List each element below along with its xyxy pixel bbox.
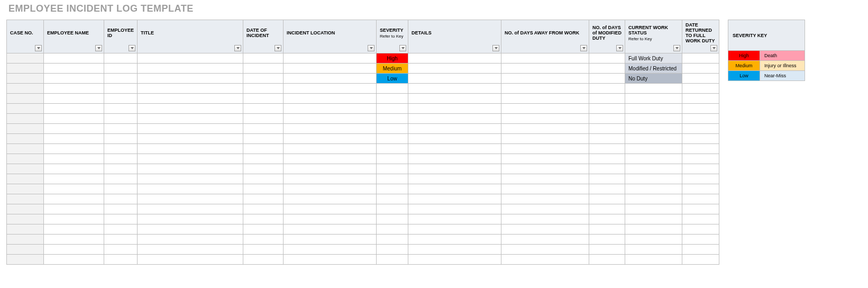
- table-cell[interactable]: [625, 255, 682, 265]
- table-cell[interactable]: [138, 214, 243, 224]
- table-cell[interactable]: [408, 194, 501, 204]
- table-cell[interactable]: [243, 235, 284, 245]
- table-cell[interactable]: [625, 184, 682, 194]
- table-cell[interactable]: [104, 235, 138, 245]
- table-cell[interactable]: [138, 124, 243, 134]
- table-cell[interactable]: [501, 74, 589, 84]
- table-cell[interactable]: [589, 174, 625, 184]
- table-cell[interactable]: [243, 164, 284, 174]
- table-cell[interactable]: [243, 184, 284, 194]
- table-cell[interactable]: No Duty: [625, 74, 682, 84]
- table-cell[interactable]: [408, 174, 501, 184]
- table-cell[interactable]: [104, 104, 138, 114]
- table-cell[interactable]: [625, 154, 682, 164]
- table-cell[interactable]: [501, 64, 589, 74]
- table-cell[interactable]: [682, 134, 719, 144]
- table-cell[interactable]: [284, 74, 377, 84]
- table-cell[interactable]: [7, 255, 44, 265]
- table-cell[interactable]: [243, 114, 284, 124]
- table-cell[interactable]: [377, 154, 408, 164]
- table-cell[interactable]: [682, 245, 719, 255]
- table-cell[interactable]: [7, 245, 44, 255]
- table-cell[interactable]: [104, 204, 138, 214]
- table-cell[interactable]: [284, 255, 377, 265]
- table-cell[interactable]: [501, 235, 589, 245]
- table-cell[interactable]: [7, 114, 44, 124]
- filter-dropdown-icon[interactable]: [368, 45, 374, 51]
- table-cell[interactable]: [682, 255, 719, 265]
- table-cell[interactable]: [682, 74, 719, 84]
- filter-dropdown-icon[interactable]: [492, 45, 499, 51]
- table-cell[interactable]: [7, 53, 44, 64]
- table-cell[interactable]: [243, 255, 284, 265]
- table-cell[interactable]: [589, 134, 625, 144]
- table-cell[interactable]: [7, 154, 44, 164]
- table-cell[interactable]: [682, 214, 719, 224]
- table-cell[interactable]: [589, 94, 625, 104]
- table-cell[interactable]: [284, 53, 377, 64]
- table-cell[interactable]: [682, 224, 719, 235]
- table-cell[interactable]: [408, 84, 501, 94]
- table-cell[interactable]: [377, 204, 408, 214]
- table-cell[interactable]: [138, 84, 243, 94]
- table-cell[interactable]: [377, 194, 408, 204]
- table-cell[interactable]: [625, 224, 682, 235]
- table-cell[interactable]: [501, 84, 589, 94]
- table-cell[interactable]: [138, 204, 243, 214]
- table-cell[interactable]: [682, 144, 719, 154]
- table-cell[interactable]: [7, 224, 44, 235]
- table-cell[interactable]: [625, 194, 682, 204]
- table-cell[interactable]: [44, 94, 104, 104]
- table-cell[interactable]: [625, 174, 682, 184]
- table-cell[interactable]: [408, 204, 501, 214]
- table-cell[interactable]: [44, 214, 104, 224]
- table-cell[interactable]: [501, 53, 589, 64]
- table-cell[interactable]: [104, 174, 138, 184]
- table-cell[interactable]: [44, 144, 104, 154]
- table-cell[interactable]: [44, 235, 104, 245]
- table-cell[interactable]: [377, 104, 408, 114]
- table-cell[interactable]: [7, 194, 44, 204]
- table-cell[interactable]: [589, 184, 625, 194]
- table-cell[interactable]: [408, 74, 501, 84]
- table-cell[interactable]: [104, 144, 138, 154]
- table-cell[interactable]: [408, 94, 501, 104]
- table-cell[interactable]: [138, 94, 243, 104]
- table-cell[interactable]: [138, 194, 243, 204]
- table-cell[interactable]: [284, 94, 377, 104]
- table-cell[interactable]: [44, 194, 104, 204]
- filter-dropdown-icon[interactable]: [275, 45, 281, 51]
- table-cell[interactable]: [682, 94, 719, 104]
- table-cell[interactable]: [243, 245, 284, 255]
- table-cell[interactable]: [7, 144, 44, 154]
- table-cell[interactable]: [284, 84, 377, 94]
- table-cell[interactable]: [104, 94, 138, 104]
- table-cell[interactable]: [284, 164, 377, 174]
- table-cell[interactable]: [682, 114, 719, 124]
- table-cell[interactable]: [243, 74, 284, 84]
- table-cell[interactable]: [682, 124, 719, 134]
- table-cell[interactable]: [44, 154, 104, 164]
- table-cell[interactable]: [377, 164, 408, 174]
- table-cell[interactable]: [589, 245, 625, 255]
- table-cell[interactable]: [589, 194, 625, 204]
- table-cell[interactable]: [284, 144, 377, 154]
- table-cell[interactable]: [408, 114, 501, 124]
- table-cell[interactable]: [408, 235, 501, 245]
- table-cell[interactable]: [682, 164, 719, 174]
- table-cell[interactable]: [377, 174, 408, 184]
- table-cell[interactable]: [377, 235, 408, 245]
- table-cell[interactable]: [104, 134, 138, 144]
- table-cell[interactable]: [408, 224, 501, 235]
- table-cell[interactable]: [408, 104, 501, 114]
- table-cell[interactable]: [284, 235, 377, 245]
- table-cell[interactable]: [501, 204, 589, 214]
- table-cell[interactable]: [138, 184, 243, 194]
- table-cell[interactable]: [104, 245, 138, 255]
- table-cell[interactable]: [138, 164, 243, 174]
- table-cell[interactable]: [589, 224, 625, 235]
- filter-dropdown-icon[interactable]: [580, 45, 587, 51]
- table-cell[interactable]: [138, 74, 243, 84]
- table-cell[interactable]: [589, 74, 625, 84]
- filter-dropdown-icon[interactable]: [399, 45, 406, 51]
